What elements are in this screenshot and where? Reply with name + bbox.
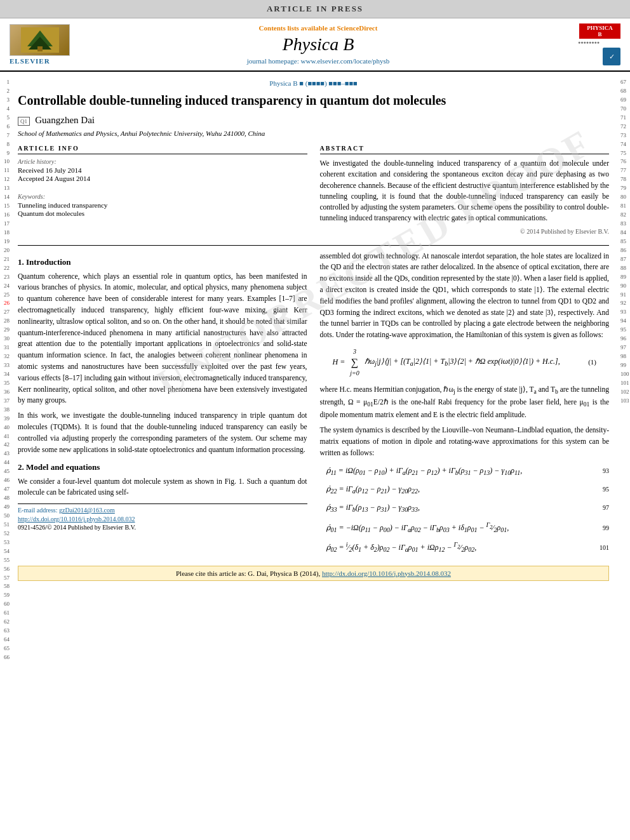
- model-section-label: Model and equations: [26, 462, 100, 472]
- rln-67: 67: [620, 78, 630, 87]
- ln-26: 26: [0, 299, 10, 308]
- keyword-2: Quantum dot molecules: [18, 210, 307, 217]
- rln-73: 73: [620, 131, 630, 140]
- journal-header-right: PHYSICAB ●●●●●●●● ✓: [557, 23, 620, 65]
- keyword-1: Tunneling induced transparency: [18, 201, 307, 209]
- ln-49: 49: [0, 503, 10, 512]
- ln-24: 24: [0, 282, 10, 291]
- article-info-section: ARTICLE INFO Article history: Received 1…: [18, 145, 307, 217]
- ln-60: 60: [0, 600, 10, 609]
- email-address[interactable]: gzDai2014@163.com: [59, 507, 115, 514]
- hamiltonian-body: ℏωj|j⟩⟨j| + [(Ta|2⟩⟨1| + Tb|3⟩⟨2| + ℏΩ e…: [365, 355, 560, 370]
- two-column-info-abstract: ARTICLE INFO Article history: Received 1…: [18, 145, 609, 240]
- rln-89: 89: [620, 273, 630, 282]
- intro-section-num: 1.: [18, 257, 24, 267]
- ln-42: 42: [0, 441, 10, 450]
- keywords-list: Tunneling induced transparency Quantum d…: [18, 201, 307, 217]
- ln-37: 37: [0, 397, 10, 406]
- ln-39: 39: [0, 415, 10, 423]
- q1-badge: Q1: [18, 117, 30, 126]
- eq-rho22: ρ̇22 = iΓa(ρ12 − ρ21) − γ20ρ22, 95: [326, 481, 610, 498]
- rln-86: 86: [620, 246, 630, 255]
- journal-header-center: Contents lists available at ScienceDirec…: [86, 24, 551, 65]
- ln-2: 2: [0, 87, 10, 96]
- rln-71: 71: [620, 114, 630, 123]
- rln-90: 90: [620, 282, 630, 291]
- intro-paragraph-1: Quantum coherence, which plays an essent…: [18, 271, 307, 407]
- physica-ref-line: Physica B ■ (■■■■) ■■■–■■■: [18, 79, 609, 87]
- dynamics-text: The system dynamics is described by the …: [320, 425, 610, 458]
- author-line: Q1 Guangzhen Dai: [18, 115, 609, 126]
- ln-63: 63: [0, 627, 10, 636]
- sciencedirect-name[interactable]: ScienceDirect: [337, 24, 377, 32]
- ln-41: 41: [0, 432, 10, 441]
- doi-link[interactable]: http://dx.doi.org/10.1016/j.physb.2014.0…: [18, 516, 135, 523]
- right-paragraph-1: assembled dot growth technology. At nano…: [320, 251, 610, 342]
- keywords-label: Keywords:: [18, 193, 307, 200]
- rln-75: 75: [620, 149, 630, 158]
- aip-banner: ARTICLE IN PRESS: [0, 0, 630, 18]
- abstract-column: ABSTRACT We investigated the double-tunn…: [320, 145, 610, 240]
- physica-sub: ●●●●●●●●: [557, 40, 620, 45]
- ln-54: 54: [0, 547, 10, 556]
- ln-32: 32: [0, 352, 10, 361]
- eq-rho33: ρ̇33 = iΓb(ρ13 − ρ31) − γ30ρ33, 97: [326, 500, 610, 516]
- hamiltonian-equation: H = 3 ∑ j=0 ℏωj|j⟩⟨j| + [(Ta|2⟩⟨1| + Tb|…: [333, 346, 597, 379]
- intro-section-label: Introduction: [26, 257, 71, 267]
- ln-18: 18: [0, 229, 10, 237]
- ln-57: 57: [0, 574, 10, 583]
- abstract-text: We investigated the double-tunneling ind…: [320, 158, 610, 224]
- ln-45: 45: [0, 467, 10, 476]
- rln-97: 97: [620, 343, 630, 352]
- rln-103: 103: [620, 397, 630, 406]
- rln-91: 91: [620, 291, 630, 300]
- crossmark-button[interactable]: ✓: [603, 48, 620, 65]
- rln-101: 101: [620, 379, 630, 388]
- rln-99: 99: [620, 361, 630, 370]
- article-info-column: ARTICLE INFO Article history: Received 1…: [18, 145, 307, 240]
- copyright-line: © 2014 Published by Elsevier B.V.: [320, 228, 610, 235]
- aip-banner-text: ARTICLE IN PRESS: [267, 4, 363, 13]
- rln-74: 74: [620, 140, 630, 149]
- ln-52: 52: [0, 530, 10, 538]
- footnote-area: E-mail address: gzDai2014@163.com http:/…: [18, 503, 307, 531]
- body-left-column: 1. Introduction Quantum coherence, which…: [18, 251, 307, 561]
- article-info-header: ARTICLE INFO: [18, 145, 307, 154]
- rln-69: 69: [620, 96, 630, 105]
- eq-rho02: ρ̇02 = i⁄2(δ1 + δ2)ρ02 − iΓaρ01 + iΩρ12 …: [326, 538, 610, 556]
- ln-56: 56: [0, 565, 10, 574]
- ln-47: 47: [0, 485, 10, 494]
- ln-10: 10: [0, 157, 10, 166]
- issn-line: 0921-4526/© 2014 Published by Elsevier B…: [18, 524, 307, 531]
- svg-rect-3: [37, 46, 43, 51]
- ln-1: 1: [0, 78, 10, 87]
- hamiltonian-H: H =: [333, 356, 345, 370]
- model-section-title: 2. Model and equations: [18, 462, 307, 472]
- received-date: Received 16 July 2014: [18, 166, 307, 174]
- rln-83: 83: [620, 220, 630, 229]
- summation-symbol: 3 ∑ j=0: [350, 346, 359, 379]
- physica-logo: PHYSICAB: [579, 23, 620, 39]
- ln-7: 7: [0, 131, 10, 140]
- ln-50: 50: [0, 512, 10, 521]
- body-right-column: assembled dot growth technology. At nano…: [320, 251, 610, 561]
- ln-66: 66: [0, 653, 10, 662]
- ln-3: 3: [0, 96, 10, 105]
- rln-68: 68: [620, 87, 630, 96]
- rln-80: 80: [620, 193, 630, 202]
- eq-rho11: ρ̇11 = iΩ(ρ01 − ρ10) + iΓa(ρ21 − ρ12) + …: [326, 463, 610, 479]
- rln-94: 94: [620, 317, 630, 326]
- homepage-url[interactable]: www.elsevier.com/locate/physb: [301, 57, 390, 65]
- journal-name: Physica B: [86, 34, 551, 55]
- article-body: Physica B ■ (■■■■) ■■■–■■■ Controllable …: [11, 72, 619, 840]
- article-title: Controllable double-tunneling induced tr…: [18, 92, 609, 109]
- ln-44: 44: [0, 458, 10, 467]
- cite-link[interactable]: http://dx.doi.org/10.1016/j.physb.2014.0…: [322, 570, 451, 577]
- rln-84: 84: [620, 229, 630, 237]
- ln-22: 22: [0, 264, 10, 273]
- ln-13: 13: [0, 184, 10, 193]
- ln-4: 4: [0, 105, 10, 114]
- doi-line: http://dx.doi.org/10.1016/j.physb.2014.0…: [18, 516, 307, 523]
- intro-paragraph-2: In this work, we investigate the double-…: [18, 410, 307, 455]
- rln-72: 72: [620, 123, 630, 131]
